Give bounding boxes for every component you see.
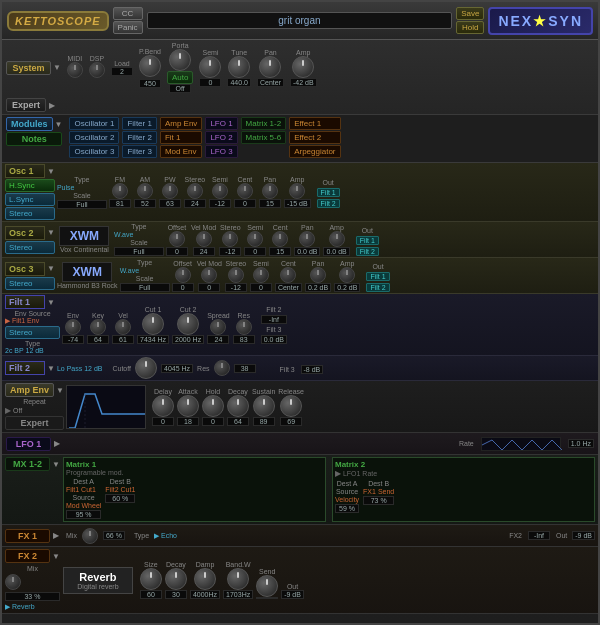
mx12-dropdown[interactable]: ▼	[52, 460, 60, 469]
module-matrix56[interactable]: Matrix 5-6	[241, 131, 287, 144]
amp-release-knob[interactable]	[280, 395, 302, 417]
filt2-dropdown[interactable]: ▼	[47, 364, 55, 373]
osc3-pan-knob[interactable]	[310, 267, 326, 283]
osc2-filt1-tag[interactable]: Filt 1	[356, 236, 379, 245]
m2-source-val[interactable]: Velocity	[335, 496, 359, 503]
fx2-mix-knob[interactable]	[5, 574, 21, 590]
osc3-filt2-tag[interactable]: Filt 2	[366, 283, 389, 292]
modules-dropdown[interactable]: ▼	[55, 120, 63, 129]
filt1-key-knob[interactable]	[90, 319, 106, 335]
osc3-stereo-knob[interactable]	[228, 267, 244, 283]
filt1-stereo[interactable]: Stereo	[5, 326, 60, 339]
osc3-dropdown[interactable]: ▼	[47, 264, 55, 273]
fx2-size-knob[interactable]	[140, 568, 162, 590]
module-oscillator1[interactable]: Oscillator 1	[69, 117, 119, 130]
module-lfo1[interactable]: LFO 1	[205, 117, 237, 130]
m1-source-val[interactable]: Mod Wheel	[66, 502, 101, 509]
fx2-send-knob[interactable]	[256, 575, 278, 597]
osc1-pw-knob[interactable]	[162, 183, 178, 199]
midi-knob[interactable]	[67, 62, 83, 78]
osc1-amp-knob[interactable]	[289, 183, 305, 199]
osc2-cent-knob[interactable]	[272, 231, 288, 247]
osc3-type-value[interactable]: W.ave	[120, 267, 170, 274]
module-lfo2[interactable]: LFO 2	[205, 131, 237, 144]
osc2-filt2-tag[interactable]: Filt 2	[356, 247, 379, 256]
module-fit1[interactable]: Fit 1	[160, 131, 202, 144]
module-filter2[interactable]: Filter 2	[122, 131, 156, 144]
amp-attack-knob[interactable]	[177, 395, 199, 417]
fx1-dropdown[interactable]: ▶	[53, 531, 59, 540]
osc2-amp-knob[interactable]	[329, 231, 345, 247]
fx1-mix-knob[interactable]	[82, 528, 98, 544]
osc1-fm-knob[interactable]	[112, 183, 128, 199]
dsp-knob[interactable]	[89, 62, 105, 78]
osc3-filt1-tag[interactable]: Filt 1	[366, 272, 389, 281]
notes-label[interactable]: Notes	[6, 132, 62, 146]
pbend-knob[interactable]	[139, 55, 161, 77]
system-dropdown[interactable]: ▼	[53, 63, 61, 72]
fx2-decay-knob[interactable]	[165, 568, 187, 590]
amp-delay-knob[interactable]	[152, 395, 174, 417]
osc1-hsync[interactable]: H.Sync	[5, 179, 55, 192]
filt1-dropdown[interactable]: ▼	[47, 298, 55, 307]
amp-env-dropdown[interactable]: ▼	[56, 386, 64, 395]
filt1-res-knob[interactable]	[236, 319, 252, 335]
m1-desta-val[interactable]: Filt1 Cut1	[66, 486, 101, 493]
expert-label[interactable]: Expert	[6, 98, 46, 112]
osc1-dropdown[interactable]: ▼	[47, 167, 55, 176]
module-filter1[interactable]: Filter 1	[122, 117, 156, 130]
expert-btn[interactable]: Expert	[5, 416, 64, 430]
osc2-pan-knob[interactable]	[299, 231, 315, 247]
cc-button[interactable]: CC	[113, 7, 143, 20]
porta-knob[interactable]	[169, 49, 191, 71]
filt1-spread-knob[interactable]	[210, 319, 226, 335]
save-button[interactable]: Save	[456, 7, 484, 20]
osc3-stereo[interactable]: Stereo	[5, 277, 55, 290]
filt1-vel-knob[interactable]	[115, 319, 131, 335]
tune-knob[interactable]	[228, 56, 250, 78]
auto-button[interactable]: Auto	[167, 71, 193, 84]
filt1-envsrc-value[interactable]: ▶ Filt1 Env	[5, 317, 60, 325]
expert-dropdown[interactable]: ▶	[49, 101, 55, 110]
module-oscillator3[interactable]: Oscillator 3	[69, 145, 119, 158]
filt1-cut1-knob[interactable]	[142, 313, 164, 335]
amp-sustain-knob[interactable]	[253, 395, 275, 417]
amp-decay-knob[interactable]	[227, 395, 249, 417]
filt2-cutoff-knob[interactable]	[135, 357, 157, 379]
osc1-cent-knob[interactable]	[237, 183, 253, 199]
module-lfo3[interactable]: LFO 3	[205, 145, 237, 158]
filt2-res-knob[interactable]	[214, 360, 230, 376]
amp-knob[interactable]	[292, 56, 314, 78]
osc1-am-knob[interactable]	[137, 183, 153, 199]
module-filter3[interactable]: Filter 3	[122, 145, 156, 158]
panic-button[interactable]: Panic	[113, 21, 143, 34]
m1-destb-val[interactable]: Filt2 Cut1	[105, 486, 135, 493]
osc2-velmod-knob[interactable]	[196, 231, 212, 247]
osc1-stereo-knob[interactable]	[187, 183, 203, 199]
fx2-damp-knob[interactable]	[194, 568, 216, 590]
osc1-filt1-tag[interactable]: Filt 1	[317, 188, 340, 197]
osc2-semi-knob[interactable]	[247, 231, 263, 247]
fx1-type-value[interactable]: ▶ Echo	[154, 532, 177, 540]
semi-knob[interactable]	[199, 56, 221, 78]
filt1-type-value[interactable]: 2c BP 12 dB	[5, 347, 60, 354]
amp-hold-knob[interactable]	[202, 395, 224, 417]
module-oscillator2[interactable]: Oscillator 2	[69, 131, 119, 144]
m2-destb-val[interactable]: FX1 Send	[363, 488, 394, 495]
filt2-type-value[interactable]: Lo Pass 12 dB	[57, 365, 103, 372]
osc3-velmod-knob[interactable]	[201, 267, 217, 283]
preset-name[interactable]: grit organ	[147, 12, 453, 29]
fx2-bandw-knob[interactable]	[227, 568, 249, 590]
filt1-cut2-knob[interactable]	[177, 313, 199, 335]
module-ampenv[interactable]: Amp Env	[160, 117, 202, 130]
repeat-arrow[interactable]: ▶	[5, 406, 11, 415]
fx2-dropdown[interactable]: ▼	[52, 552, 60, 561]
module-effect1[interactable]: Effect 1	[289, 117, 340, 130]
module-arpeggiator[interactable]: Arpeggiator	[289, 145, 340, 158]
lfo1-dropdown[interactable]: ▶	[54, 439, 60, 448]
osc1-filt2-tag[interactable]: Filt 2	[317, 199, 340, 208]
osc3-offset-knob[interactable]	[175, 267, 191, 283]
osc3-semi-knob[interactable]	[253, 267, 269, 283]
osc1-type-value[interactable]: Pulse	[57, 184, 107, 191]
osc1-lsync[interactable]: L.Sync	[5, 193, 55, 206]
